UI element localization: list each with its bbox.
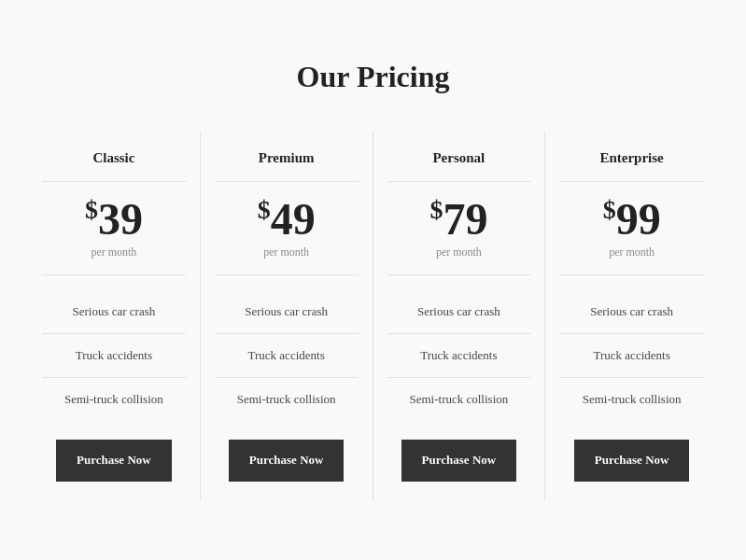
pricing-title: Our Pricing [28,60,718,94]
plan-name-classic: Classic [42,150,186,182]
plan-period-personal: per month [387,245,531,259]
dollar-sign-enterprise: $ [603,195,616,224]
plan-period-classic: per month [42,245,186,259]
plan-feature-classic-1: Truck accidents [42,334,186,378]
dollar-sign-personal: $ [429,195,443,224]
plan-card-classic: Classic $39 per month Serious car crash … [28,132,201,500]
plan-name-personal: Personal [387,150,531,182]
dollar-sign-premium: $ [258,195,271,224]
plan-price-wrap-premium: $49 per month [215,197,359,275]
plan-feature-personal-0: Serious car crash [387,290,531,334]
purchase-button-personal[interactable]: Purchase Now [401,440,517,482]
plan-feature-personal-1: Truck accidents [387,334,531,378]
plan-feature-enterprise-0: Serious car crash [559,290,704,334]
plan-price-wrap-classic: $39 per month [42,197,186,275]
plan-card-personal: Personal $79 per month Serious car crash… [373,132,546,500]
plan-card-premium: Premium $49 per month Serious car crash … [201,132,373,500]
plan-name-enterprise: Enterprise [559,150,704,182]
plan-price-wrap-personal: $79 per month [387,197,531,275]
plan-name-premium: Premium [215,150,359,182]
plan-feature-classic-2: Semi-truck collision [42,378,186,421]
plan-feature-premium-2: Semi-truck collision [215,378,359,421]
plan-feature-classic-0: Serious car crash [42,290,186,334]
plan-feature-premium-1: Truck accidents [215,334,359,378]
plans-grid: Classic $39 per month Serious car crash … [28,132,718,500]
purchase-button-classic[interactable]: Purchase Now [56,440,172,482]
purchase-button-premium[interactable]: Purchase Now [229,440,345,482]
plan-price-personal: $79 [387,197,531,242]
plan-card-enterprise: Enterprise $99 per month Serious car cra… [545,132,718,500]
plan-price-premium: $49 [215,197,359,242]
dollar-sign-classic: $ [85,195,98,224]
plan-period-enterprise: per month [559,245,704,259]
plan-feature-enterprise-2: Semi-truck collision [559,378,704,421]
pricing-section: Our Pricing Classic $39 per month Seriou… [0,22,746,538]
plan-feature-personal-2: Semi-truck collision [387,378,531,421]
plan-period-premium: per month [215,245,359,259]
plan-feature-premium-0: Serious car crash [215,290,359,334]
purchase-button-enterprise[interactable]: Purchase Now [574,440,690,482]
plan-feature-enterprise-1: Truck accidents [559,334,704,378]
plan-price-classic: $39 [42,197,186,242]
plan-price-enterprise: $99 [559,197,704,242]
plan-price-wrap-enterprise: $99 per month [559,197,704,275]
